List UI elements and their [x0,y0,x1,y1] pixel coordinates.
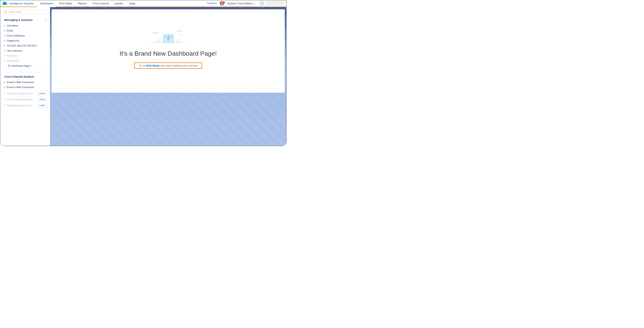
learn-row-audience: Audience Insights for Adv… Learn [0,90,50,96]
quick-find-input[interactable] [8,10,46,14]
tab-reports[interactable]: Reports [75,0,90,6]
tree-item-overviews[interactable]: Overviews [0,23,50,28]
learn-button-cross-channel[interactable]: Learn [38,97,47,102]
tree-item-email-web-1[interactable]: Email to Web Conversion [0,80,50,85]
svg-point-5 [5,11,7,13]
tree-item-rachelles[interactable]: Rachelle's [0,53,50,58]
user-avatar[interactable] [260,1,264,6]
tree-item-email[interactable]: Email [0,28,50,33]
top-search-placeholder[interactable] [266,1,284,6]
treasure-chest-illustration [149,28,188,45]
empty-dashboard-title: It's a Brand New Dashboard Page! [120,50,217,57]
edit-mode-link[interactable]: Edit Mode [146,64,160,67]
svg-point-4 [261,2,262,3]
tree-item-test-collection[interactable]: Test collection [0,48,50,53]
svg-line-6 [6,12,7,13]
learn-row-marketing: Marketing Insights for Sal… Learn [0,102,50,108]
sidebar: Messaging & Journeys Overviews Email Pus… [0,7,50,146]
tab-setup[interactable]: Setup [126,0,138,6]
chevron-down-icon [4,60,6,62]
caret-down-icon [253,2,255,4]
org-switcher[interactable]: Northern Trail Outfitters [225,2,258,5]
sidebar-tree-messaging: Overviews Email Push Notification Playgr… [0,23,50,70]
tree-item-playground-2[interactable]: Playground [0,58,50,63]
dashboard-canvas: It's a Brand New Dashboard Page! Go to E… [52,9,285,93]
tree-item-do-not-delete[interactable]: DO NOT DELETE OR EDIT [0,43,50,48]
notifications-button[interactable]: 99+ [219,1,225,6]
tree-item-dashboard-page-1[interactable]: Dashboard Page 1 [0,63,50,68]
learn-button-audience[interactable]: Learn [38,91,47,96]
tree-item-email-web-2[interactable]: Email to Web Conversion [0,85,50,90]
user-icon [260,2,263,5]
sidebar-tree-cross-channel: Email to Web Conversion Email to Web Con… [0,80,50,90]
learn-button-marketing[interactable]: Learn [38,103,47,108]
caret-down-icon [45,19,46,21]
main-tabs: Dashboards Pivot Tables Reports Cross-Ch… [37,0,138,6]
section-dropdown-button[interactable] [44,18,47,22]
quick-find[interactable] [3,9,47,14]
svg-line-12 [174,33,175,34]
tab-queries[interactable]: Queries [112,0,126,6]
main-area: It's a Brand New Dashboard Page! Go to E… [50,7,286,146]
tab-dashboards[interactable]: Dashboards [37,0,56,6]
top-navbar: Intelligence Reports Dashboards Pivot Ta… [0,0,286,7]
svg-rect-11 [167,38,170,40]
salesforce-cloud-icon [2,1,8,6]
search-icon [4,10,8,14]
sidebar-section-cross-channel: Cross-Channel Analysis [0,74,50,80]
tab-pivot-tables[interactable]: Pivot Tables [56,0,75,6]
svg-line-13 [175,34,176,34]
brand: Intelligence Reports [0,0,37,6]
dashboard-page-icon [8,64,10,67]
tab-cross-channel[interactable]: Cross-Channel [90,0,112,6]
notification-badge: 99+ [220,2,225,4]
feedback-link[interactable]: Feedback [204,2,219,5]
tree-item-push[interactable]: Push Notification [0,33,50,38]
top-right-controls: Feedback 99+ Northern Trail Outfitters [204,0,286,6]
brand-title: Intelligence Reports [9,2,34,5]
edit-mode-callout: Go to Edit Mode and start building your … [134,62,202,69]
sidebar-section-messaging: Messaging & Journeys [0,17,50,23]
sidebar-divider [4,72,47,72]
tree-item-playground[interactable]: Playground [0,38,50,43]
learn-row-cross-channel: Cross-Channel Marketing … Learn [0,96,50,102]
